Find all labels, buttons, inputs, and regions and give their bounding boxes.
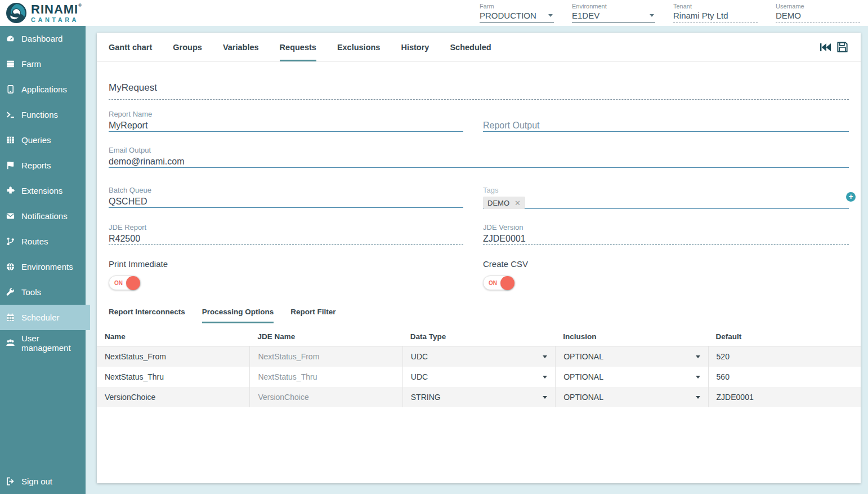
jde-report-field[interactable]: JDE Report R42500 bbox=[109, 223, 463, 245]
jde-version-field[interactable]: JDE Version ZJDE0001 bbox=[483, 223, 849, 245]
toggle-knob bbox=[126, 276, 140, 290]
sidebar-item-environments[interactable]: Environments bbox=[0, 254, 86, 279]
subtab-report-interconnects[interactable]: Report Interconnects bbox=[109, 302, 185, 323]
table-row: NextStatus_From NextStatus_From UDC OPTI… bbox=[97, 346, 861, 367]
session-fields: Farm PRODUCTION Environment E1DEV Tenant… bbox=[480, 3, 860, 23]
request-name-field[interactable]: MyRequest bbox=[109, 82, 849, 100]
report-output-field[interactable]: Report Output bbox=[483, 110, 849, 132]
report-name-value: MyReport bbox=[109, 121, 463, 132]
sidebar-item-label: Tools bbox=[21, 287, 41, 297]
data-type-select[interactable]: STRING bbox=[402, 387, 555, 407]
subtab-processing-options[interactable]: Processing Options bbox=[202, 302, 274, 323]
envelope-icon bbox=[6, 211, 15, 221]
farm-value: PRODUCTION bbox=[480, 11, 536, 20]
tags-field[interactable]: Tags DEMO bbox=[483, 186, 849, 209]
sidebar-item-label: Extensions bbox=[21, 186, 62, 195]
cell-name: NextStatus_From bbox=[97, 346, 249, 367]
environment-value: E1DEV bbox=[572, 11, 599, 20]
tab-exclusions[interactable]: Exclusions bbox=[337, 33, 381, 61]
batch-queue-value: QSCHED bbox=[109, 197, 463, 208]
sign-out-icon bbox=[6, 477, 15, 486]
column-header-name: Name bbox=[97, 327, 249, 346]
add-tag-button[interactable] bbox=[846, 192, 856, 202]
inclusion-select[interactable]: OPTIONAL bbox=[555, 367, 708, 387]
calendar-icon bbox=[6, 313, 15, 322]
remove-tag-icon[interactable] bbox=[514, 199, 521, 207]
sidebar-item-user-management[interactable]: User management bbox=[0, 330, 86, 355]
inclusion-select[interactable]: OPTIONAL bbox=[555, 346, 708, 367]
data-type-value: UDC bbox=[411, 372, 428, 381]
tenant-label: Tenant bbox=[673, 3, 758, 10]
cell-name: VersionChoice bbox=[97, 387, 249, 407]
sidebar-item-reports[interactable]: Reports bbox=[0, 153, 86, 178]
create-csv-toggle[interactable]: ON bbox=[483, 275, 515, 290]
processing-options-table: Name JDE Name Data Type Inclusion Defaul… bbox=[97, 327, 861, 407]
tablet-icon bbox=[6, 84, 15, 94]
username-field[interactable]: Username DEMO bbox=[776, 3, 860, 23]
sidebar-item-routes[interactable]: Routes bbox=[0, 229, 86, 254]
puzzle-icon bbox=[6, 186, 15, 195]
table-row: NextStatus_Thru NextStatus_Thru UDC OPTI… bbox=[97, 367, 861, 387]
report-name-label: Report Name bbox=[109, 110, 463, 119]
tab-gantt-chart[interactable]: Gantt chart bbox=[109, 33, 152, 61]
registered-mark: ® bbox=[78, 3, 82, 8]
sidebar-item-dashboard[interactable]: Dashboard bbox=[0, 26, 86, 51]
data-type-value: STRING bbox=[411, 393, 441, 402]
email-output-label: Email Output bbox=[109, 146, 849, 155]
sidebar-item-label: Functions bbox=[21, 110, 58, 119]
farm-select[interactable]: Farm PRODUCTION bbox=[480, 3, 554, 23]
data-type-select[interactable]: UDC bbox=[402, 367, 555, 387]
toggle-state-text: ON bbox=[489, 280, 497, 286]
sidebar-item-applications[interactable]: Applications bbox=[0, 77, 86, 102]
sidebar-item-label: User management bbox=[21, 333, 86, 353]
sidebar-item-functions[interactable]: Functions bbox=[0, 102, 86, 127]
tab-scheduled[interactable]: Scheduled bbox=[450, 33, 491, 61]
rewind-button[interactable] bbox=[818, 41, 832, 54]
inclusion-value: OPTIONAL bbox=[563, 372, 603, 381]
tab-variables[interactable]: Variables bbox=[223, 33, 259, 61]
save-button[interactable] bbox=[836, 41, 849, 54]
inclusion-select[interactable]: OPTIONAL bbox=[555, 387, 708, 407]
subtab-report-filter[interactable]: Report Filter bbox=[290, 302, 335, 323]
cell-name: NextStatus_Thru bbox=[97, 367, 249, 387]
sidebar-item-farm[interactable]: Farm bbox=[0, 51, 86, 77]
print-immediate-toggle[interactable]: ON bbox=[109, 275, 141, 290]
sidebar-item-label: Dashboard bbox=[21, 34, 62, 43]
sidebar-item-sign-out[interactable]: Sign out bbox=[0, 469, 86, 494]
tags-label: Tags bbox=[483, 186, 849, 195]
table-row: VersionChoice VersionChoice STRING OPTIO… bbox=[97, 387, 861, 407]
sidebar-item-scheduler[interactable]: Scheduler bbox=[0, 305, 90, 330]
jde-version-label: JDE Version bbox=[483, 223, 849, 232]
tags-chip-list: DEMO bbox=[483, 197, 849, 209]
sidebar-item-queries[interactable]: Queries bbox=[0, 127, 86, 153]
sidebar-item-extensions[interactable]: Extensions bbox=[0, 178, 86, 203]
jde-version-value: ZJDE0001 bbox=[483, 234, 849, 245]
tab-requests[interactable]: Requests bbox=[280, 33, 316, 61]
globe-icon bbox=[6, 262, 15, 272]
sidebar-item-label: Farm bbox=[21, 59, 41, 69]
tab-history[interactable]: History bbox=[401, 33, 429, 61]
create-csv-label: Create CSV bbox=[483, 259, 849, 270]
inclusion-value: OPTIONAL bbox=[563, 352, 603, 361]
jde-report-label: JDE Report bbox=[109, 223, 463, 232]
tenant-value: Rinami Pty Ltd bbox=[673, 11, 728, 20]
tab-groups[interactable]: Groups bbox=[173, 33, 202, 61]
dropdown-arrow-icon bbox=[696, 355, 700, 358]
email-output-value: demo@rinami.com bbox=[109, 157, 849, 168]
servers-icon bbox=[6, 59, 15, 69]
inclusion-value: OPTIONAL bbox=[563, 393, 603, 402]
dashboard-icon bbox=[6, 34, 15, 43]
column-header-default: Default bbox=[708, 327, 861, 346]
tenant-field[interactable]: Tenant Rinami Pty Ltd bbox=[673, 3, 758, 23]
cell-default: 560 bbox=[708, 367, 861, 387]
batch-queue-field[interactable]: Batch Queue QSCHED bbox=[109, 186, 463, 209]
request-name-value: MyRequest bbox=[109, 82, 157, 93]
email-output-field[interactable]: Email Output demo@rinami.com bbox=[109, 146, 849, 168]
cell-jde-name: NextStatus_From bbox=[249, 346, 402, 367]
environment-select[interactable]: Environment E1DEV bbox=[572, 3, 655, 23]
sidebar-item-tools[interactable]: Tools bbox=[0, 279, 86, 305]
report-name-field[interactable]: Report Name MyReport bbox=[109, 110, 463, 132]
dropdown-arrow-icon bbox=[696, 396, 700, 399]
data-type-select[interactable]: UDC bbox=[402, 346, 555, 367]
sidebar-item-notifications[interactable]: Notifications bbox=[0, 203, 86, 229]
